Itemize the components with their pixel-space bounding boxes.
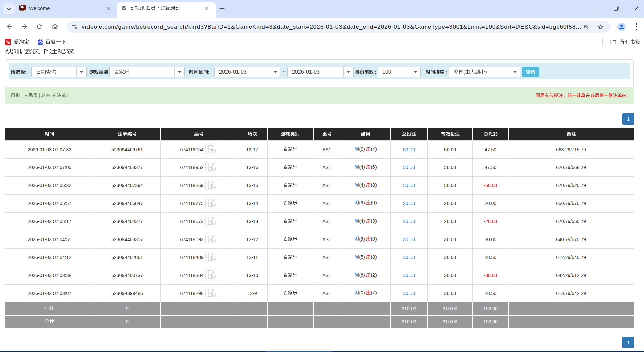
svg-text:du: du bbox=[39, 42, 42, 45]
